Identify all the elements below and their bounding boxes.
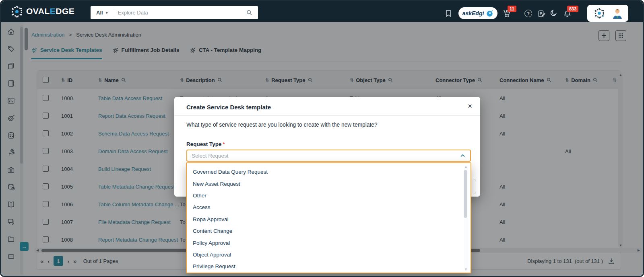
cart-badge: 11: [508, 6, 516, 12]
divider: [113, 9, 113, 17]
modal-question: What type of service request are you loo…: [186, 122, 378, 128]
modal-title: Create Service Desk template: [186, 104, 271, 111]
request-type-listbox: Governed Data Query RequestNew Asset Req…: [187, 166, 471, 273]
dropdown-option[interactable]: New Asset Request: [187, 178, 471, 189]
dropdown-option[interactable]: Other: [187, 190, 471, 201]
dropdown-option[interactable]: Ropa Approval: [187, 213, 471, 225]
bookmark-icon[interactable]: [445, 10, 452, 17]
request-type-select[interactable]: Select Request: [186, 150, 471, 162]
release-notes-icon[interactable]: [538, 10, 545, 18]
ovaledge-logo-icon: [10, 5, 24, 18]
dropdown-option[interactable]: Object Approval: [187, 249, 471, 261]
dropdown-option[interactable]: Policy Approval: [187, 237, 471, 248]
ovaledge-gear-icon: [593, 7, 605, 19]
global-search[interactable]: All ▼ Explore Data: [91, 6, 258, 19]
request-type-label: Request Type*: [186, 141, 225, 147]
chevron-down-icon: ▼: [105, 11, 109, 15]
edgi-bot-icon: [486, 10, 493, 17]
dropdown-option[interactable]: Access: [187, 201, 471, 213]
request-type-dropdown: Governed Data Query RequestNew Asset Req…: [186, 162, 471, 273]
help-icon[interactable]: ?: [524, 10, 532, 17]
user-avatar[interactable]: [612, 7, 623, 19]
app-window: OVALEDGE All ▼ Explore Data askEdgi 11 ?: [0, 0, 644, 277]
dropdown-scrollbar-thumb[interactable]: [464, 170, 467, 218]
divider: [174, 115, 480, 116]
dropdown-option[interactable]: Content Change: [187, 225, 471, 237]
close-icon[interactable]: ×: [468, 102, 472, 110]
chevron-up-icon: [460, 153, 465, 158]
search-icon[interactable]: [246, 10, 252, 16]
search-scope-dropdown[interactable]: All: [96, 10, 103, 16]
ovaledge-wordmark[interactable]: OVALEDGE: [26, 6, 74, 16]
top-navbar: OVALEDGE All ▼ Explore Data askEdgi 11 ?: [1, 1, 643, 22]
search-input[interactable]: Explore Data: [118, 10, 246, 16]
dropdown-scroll-down-icon[interactable]: ▼: [464, 268, 640, 271]
dropdown-scroll-up-icon[interactable]: ▲: [464, 165, 640, 169]
dropdown-option[interactable]: Governed Data Query Request: [187, 166, 471, 178]
required-asterisk: *: [223, 141, 225, 147]
dark-mode-moon-icon[interactable]: [550, 9, 557, 17]
ask-edgi-button[interactable]: askEdgi: [458, 7, 497, 19]
dropdown-option[interactable]: Privilege Request: [187, 261, 471, 272]
notifications-badge: 833: [567, 6, 578, 12]
profile-box[interactable]: [587, 5, 628, 22]
